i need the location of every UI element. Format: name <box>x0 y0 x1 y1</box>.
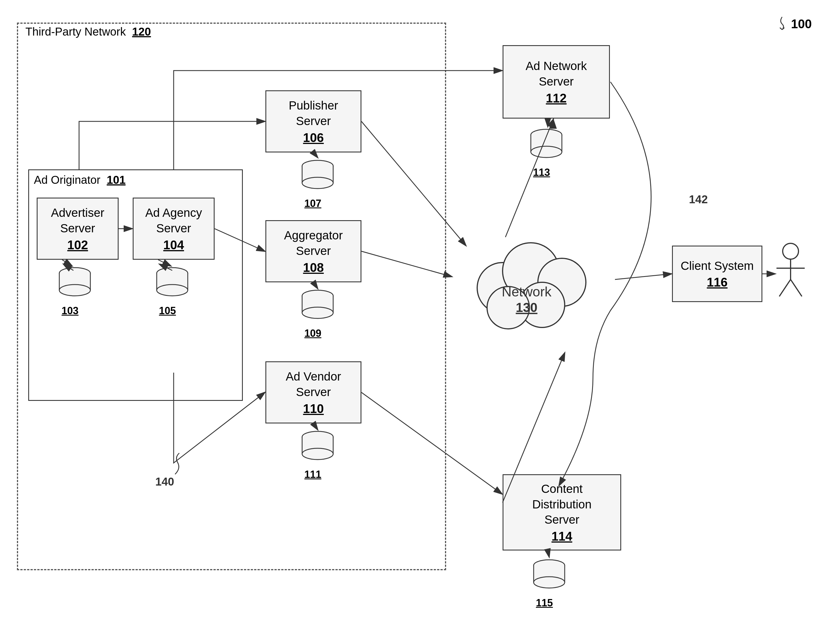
third-party-network-label: Third-Party Network 120 <box>25 25 151 38</box>
svg-line-45 <box>779 280 790 296</box>
svg-point-29 <box>531 146 562 157</box>
client-system-label: Client System <box>680 258 754 274</box>
ad-agency-server-box: Ad AgencyServer 104 <box>133 197 215 260</box>
db105-ref: 105 <box>159 305 176 317</box>
aggregator-server-box: AggregatorServer 108 <box>265 220 361 282</box>
svg-point-4 <box>59 285 90 296</box>
content-dist-server-box: ContentDistributionServer 114 <box>502 474 621 550</box>
svg-text:142: 142 <box>689 193 708 205</box>
svg-text:130: 130 <box>516 300 538 315</box>
db109-icon <box>299 288 336 325</box>
person-figure <box>774 243 807 299</box>
ad-agency-server-ref: 104 <box>163 238 184 252</box>
svg-text:Network: Network <box>502 284 552 299</box>
content-dist-server-ref: 114 <box>551 529 572 543</box>
client-system-ref: 116 <box>707 275 727 289</box>
db113-ref: 113 <box>533 166 550 179</box>
svg-point-41 <box>534 577 565 588</box>
db103-ref: 103 <box>62 305 78 317</box>
svg-line-65 <box>615 274 672 280</box>
svg-point-24 <box>302 448 333 460</box>
db103-icon <box>56 265 93 302</box>
svg-point-14 <box>302 177 333 188</box>
db107-ref: 107 <box>304 197 321 210</box>
diagram: 100 Third-Party Network 120 Ad Originato… <box>0 0 840 625</box>
db113-icon <box>528 127 565 164</box>
ad-network-server-label: Ad NetworkServer <box>526 58 587 89</box>
svg-point-42 <box>783 243 798 259</box>
db105-icon <box>154 265 191 302</box>
network-cloud: Network 130 <box>452 209 616 350</box>
svg-point-19 <box>302 307 333 319</box>
ad-originator-label: Ad Originator 101 <box>34 174 126 186</box>
content-dist-server-label: ContentDistributionServer <box>532 481 591 528</box>
ad-vendor-server-ref: 110 <box>303 402 324 416</box>
db115-icon <box>531 558 568 594</box>
publisher-server-box: PublisherServer 106 <box>265 90 361 152</box>
client-system-box: Client System 116 <box>672 246 762 302</box>
db111-ref: 111 <box>304 469 321 480</box>
db111-icon <box>299 429 336 466</box>
advertiser-server-label: AdvertiserServer <box>51 205 104 236</box>
svg-line-69 <box>548 550 549 557</box>
svg-line-46 <box>790 280 802 296</box>
aggregator-server-label: AggregatorServer <box>284 228 343 258</box>
db109-ref: 109 <box>304 328 321 339</box>
ad-agency-server-label: Ad AgencyServer <box>145 205 202 236</box>
ad-vendor-server-box: Ad VendorServer 110 <box>265 361 361 423</box>
figure-arrow-icon <box>776 11 799 34</box>
advertiser-server-box: AdvertiserServer 102 <box>37 197 118 260</box>
svg-point-9 <box>157 285 188 296</box>
db115-ref: 115 <box>536 597 553 609</box>
publisher-server-label: PublisherServer <box>289 98 338 129</box>
aggregator-server-ref: 108 <box>303 261 324 275</box>
ad-vendor-server-label: Ad VendorServer <box>286 369 341 400</box>
ad-network-server-box: Ad NetworkServer 112 <box>502 45 610 118</box>
publisher-server-ref: 106 <box>303 131 324 145</box>
advertiser-server-ref: 102 <box>67 238 88 252</box>
db107-icon <box>299 158 336 195</box>
ad-network-server-ref: 112 <box>546 91 566 105</box>
